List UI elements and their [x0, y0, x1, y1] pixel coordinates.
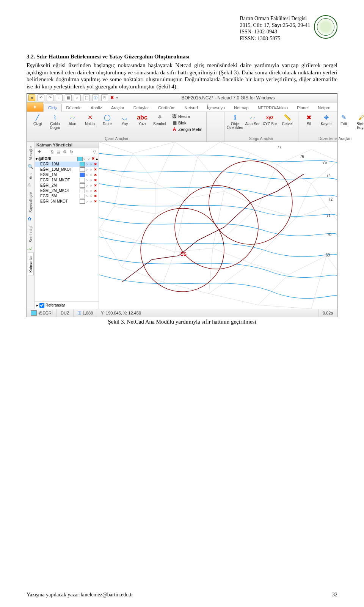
layer-row[interactable]: EĞRİ_2M○○✖ — [35, 183, 99, 188]
tool-text[interactable]: abcYazı — [135, 113, 150, 126]
remove-layer-icon[interactable]: − — [43, 149, 48, 155]
vtab-mesajlar[interactable]: Mesajlar — [28, 143, 34, 163]
vtab-katmanlar[interactable]: Katmanlar — [28, 253, 34, 275]
tab-netpro[interactable]: Netpro — [313, 104, 335, 112]
layer-tool-icon[interactable]: ▤ — [56, 149, 61, 155]
tool-arc[interactable]: ◡Yay — [117, 113, 132, 126]
svg-point-1 — [175, 186, 258, 269]
journal-name: Bartın Orman Fakültesi Dergisi — [240, 15, 311, 22]
drawing-canvas[interactable]: BS 77 76 75 74 72 71 70 69 — [99, 142, 337, 309]
layer-row[interactable]: EĞRİ 5M MKOT○○✖ — [35, 199, 99, 204]
layer-row[interactable]: EĞRİ_2M_MKOT○○✖ — [35, 188, 99, 193]
group-title-query: Sorgu Araçları — [228, 137, 295, 141]
section-heading: 3.2. Sıfır Hattının Belirlenmesi ve Yata… — [27, 53, 190, 60]
tab-analiz[interactable]: Analiz — [86, 104, 107, 112]
svg-text:77: 77 — [277, 145, 282, 149]
search-icon[interactable]: 🔍 — [28, 164, 34, 170]
layer-row[interactable]: EĞRİ_5M○○✖ — [35, 193, 99, 199]
references-row[interactable]: ▸ Referanslar — [35, 301, 99, 309]
qat-btn[interactable]: ⎘ — [101, 94, 108, 101]
expand-icon[interactable]: ▾ — [36, 157, 38, 161]
tab-duzenle[interactable]: Düzenle — [62, 104, 86, 112]
layer-tool-icon[interactable]: ⎘ — [49, 149, 55, 155]
journal-eissn: EISSN: 1308-5875 — [240, 35, 311, 42]
qat-btn[interactable]: □ — [56, 94, 63, 101]
vtab-ara[interactable]: Ara — [28, 171, 34, 182]
page-number: 32 — [332, 592, 337, 598]
side-tab-strip: Mesajlar 🔍 Ara ⎙ Sayısallaştır ✿ Sembolo… — [27, 142, 35, 309]
status-mode[interactable]: DUZ — [57, 309, 74, 317]
status-coordinates: Y: 190.045, X: 12.450 — [97, 309, 319, 317]
digitize-icon[interactable]: ⎙ — [28, 182, 34, 189]
svg-text:69: 69 — [326, 253, 330, 257]
tool-symbol[interactable]: ⚘Sembol — [152, 113, 167, 126]
tool-circle[interactable]: ◯Daire — [100, 113, 115, 126]
layer-tool-icon[interactable]: ↻ — [69, 149, 74, 155]
layer-row[interactable]: EĞRİ_10M○○✖ — [35, 162, 99, 167]
add-layer-icon[interactable]: ✚ — [36, 149, 42, 155]
app-menu-button[interactable]: ✦ — [27, 102, 43, 112]
tab-planet[interactable]: Planet — [292, 104, 313, 112]
qat-undo-icon[interactable]: ↶ — [38, 94, 44, 101]
layer-manager-panel: Katman Yöneticisi ✚ − ⎘ ▤ ⚙ ↻ ▽ ▾ — [35, 142, 99, 309]
netcad-screenshot: ★ ↶ ↷ □ ▦ ⌂ ⬚ ⓘ ⎘ ✖ ▾ BOF2015.NCZ* - Net… — [27, 93, 337, 317]
tab-icmesuyu[interactable]: İçmesuyu — [202, 104, 229, 112]
qat-btn[interactable]: ⌂ — [74, 94, 81, 101]
layer-row[interactable]: EĞRİ_10M_MKOT○○✖ — [35, 167, 99, 172]
tool-obj-props[interactable]: ℹObje Özellikleri — [228, 113, 243, 130]
symbology-icon[interactable]: ✿ — [28, 216, 34, 222]
qat-info-icon[interactable]: ⓘ — [92, 94, 99, 101]
body-paragraph: Eşyükselti eğrisi üzerinden başlangıç no… — [27, 62, 337, 90]
tool-line[interactable]: ╱Çizgi — [30, 113, 45, 126]
expand-icon[interactable]: ▸ — [36, 303, 38, 307]
tool-move[interactable]: ✥Kaydır — [319, 113, 334, 126]
tab-netsurf[interactable]: Netsurf — [180, 104, 202, 112]
qat-save-icon[interactable]: ★ — [28, 94, 35, 101]
tool-delete[interactable]: ✖Sil — [301, 113, 317, 126]
qat-close-icon[interactable]: ✖ — [110, 95, 114, 100]
tab-giris[interactable]: Giriş — [43, 104, 62, 112]
tool-xyz-query[interactable]: xyzXYZ Sor — [262, 113, 278, 126]
tool-format-paint[interactable]: 🖌Biçim Boya — [354, 113, 364, 130]
tool-area-query[interactable]: ▱Alan Sor — [245, 113, 260, 126]
tool-edit[interactable]: ✎Edit — [336, 113, 351, 126]
block-icon: ▦ — [172, 120, 177, 126]
vtab-semboloji[interactable]: Semboloji — [28, 223, 34, 245]
tool-point[interactable]: ✕Nokta — [82, 113, 97, 126]
filter-icon[interactable]: ▽ — [92, 149, 97, 155]
tab-detaylar[interactable]: Detaylar — [129, 104, 154, 112]
status-bar: @EĞRİ DUZ ◫1,088 Y: 190.045, X: 12.450 0… — [27, 309, 337, 317]
tab-gorunum[interactable]: Görünüm — [154, 104, 180, 112]
tool-area[interactable]: ▱Alan — [65, 113, 80, 126]
qat-btn[interactable]: ⬚ — [83, 94, 90, 101]
layers-icon[interactable]: 𝒜 — [28, 246, 34, 252]
refs-checkbox[interactable] — [39, 303, 44, 308]
tool-ruler[interactable]: 📏Cetvel — [280, 113, 295, 126]
tool-image[interactable]: 🖼Resim — [171, 113, 203, 120]
svg-text:75: 75 — [323, 160, 327, 165]
titlebar: ★ ↶ ↷ □ ▦ ⌂ ⬚ ⓘ ⎘ ✖ ▾ BOF2015.NCZ* - Net… — [27, 94, 337, 102]
layer-row[interactable]: EĞRİ_1M○○✖ — [35, 172, 99, 178]
tool-richtext[interactable]: AZengin Metin — [171, 126, 203, 132]
figure-caption: Şekil 3. NetCad Ana Modülü yardımıyla sı… — [27, 319, 337, 325]
journal-issn: ISSN: 1302-0943 — [240, 28, 311, 35]
group-title-edit: Düzenleme Araçları — [301, 137, 364, 141]
color-swatch[interactable] — [77, 157, 83, 161]
layer-list[interactable]: ▾ @EĞRİ ○○✖▴ EĞRİ_10M○○✖EĞRİ_10M_MKOT○○✖… — [35, 156, 99, 301]
qat-redo-icon[interactable]: ↷ — [47, 94, 53, 101]
layer-group-header: ▾ @EĞRİ ○○✖▴ — [35, 156, 99, 162]
tab-netpro-atiksu[interactable]: NETPRO/Atıksu — [253, 104, 292, 112]
vtab-sayisallastir[interactable]: Sayısallaştır — [28, 189, 34, 215]
status-object-count: ◫1,088 — [74, 309, 97, 317]
group-title-drawing: Çizim Araçları — [30, 137, 203, 141]
tool-block[interactable]: ▦Blok — [171, 120, 203, 126]
layer-row[interactable]: EĞRİ_1M_MKOT○○✖ — [35, 178, 99, 183]
tool-polyline[interactable]: ⌇Çoklu Doğru — [47, 113, 63, 130]
image-icon: 🖼 — [172, 114, 177, 119]
svg-text:71: 71 — [326, 214, 331, 218]
status-layer[interactable]: @EĞRİ — [27, 309, 57, 317]
tab-araclar[interactable]: Araçlar — [107, 104, 129, 112]
layer-tool-icon[interactable]: ⚙ — [62, 149, 67, 155]
tab-netmap[interactable]: Netmap — [229, 104, 253, 112]
qat-btn[interactable]: ▦ — [65, 94, 72, 101]
